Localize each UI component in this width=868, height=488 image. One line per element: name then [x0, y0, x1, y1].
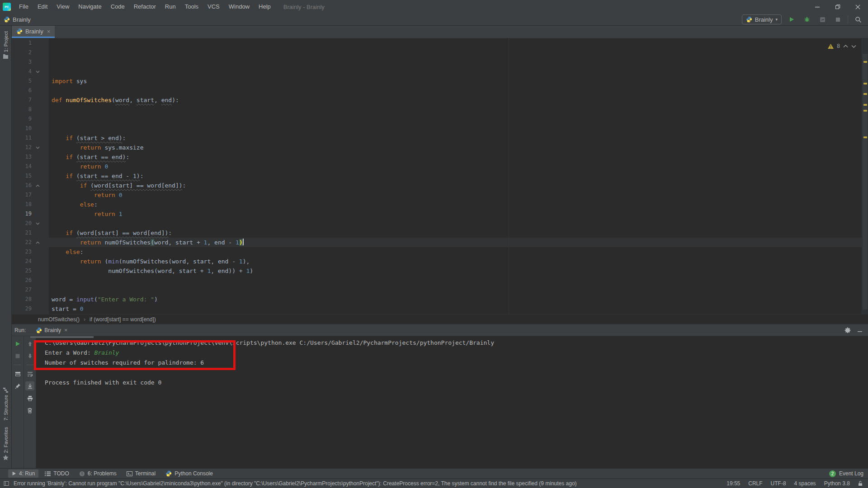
line-number[interactable]: 8	[12, 105, 32, 114]
line-number[interactable]: 4	[12, 67, 32, 76]
tool-window-toggle-icon[interactable]	[4, 481, 9, 486]
line-number[interactable]: 9	[12, 114, 32, 124]
rerun-button[interactable]	[13, 339, 22, 348]
status-time[interactable]: 19:55	[726, 480, 740, 487]
gutter-line[interactable]: 1	[12, 38, 49, 48]
gutter-line[interactable]: 2	[12, 48, 49, 57]
line-number[interactable]: 13	[12, 152, 32, 162]
gutter-line[interactable]: 24	[12, 257, 49, 266]
menu-edit[interactable]: Edit	[33, 0, 52, 14]
gutter-line[interactable]: 6	[12, 86, 49, 95]
gutter-line[interactable]: 7	[12, 95, 49, 105]
line-number[interactable]: 11	[12, 133, 32, 143]
fold-marker[interactable]	[32, 241, 43, 244]
code-line[interactable]	[49, 276, 862, 285]
warning-stripe-mark[interactable]	[863, 61, 867, 63]
code-line[interactable]: return numOfSwitches(word, start + 1, en…	[49, 238, 862, 247]
line-number[interactable]: 18	[12, 200, 32, 209]
fold-marker[interactable]	[32, 222, 43, 225]
line-number[interactable]: 14	[12, 162, 32, 171]
code-line[interactable]	[49, 285, 862, 295]
code-line[interactable]: numOfSwitches(word, start + 1, end)) + 1…	[49, 266, 862, 276]
code-line[interactable]: return (min(numOfSwitches(word, start, e…	[49, 257, 862, 266]
lock-icon[interactable]	[858, 481, 863, 486]
code-line[interactable]	[49, 105, 862, 114]
code-editor[interactable]: 1234567891011121314151617181920212223242…	[12, 38, 868, 314]
menu-file[interactable]: File	[14, 0, 33, 14]
warning-stripe-mark[interactable]	[863, 83, 867, 84]
code-line[interactable]: import sys	[49, 76, 862, 86]
code-line[interactable]: else:	[49, 200, 862, 209]
fold-marker[interactable]	[32, 184, 43, 187]
code-line[interactable]: end = len(word)-1	[49, 314, 862, 314]
sidebar-item-favorites[interactable]: 2: Favorites	[0, 427, 11, 460]
scrollbar-thumb[interactable]	[863, 54, 868, 310]
code-line[interactable]: return 1	[49, 209, 862, 219]
warning-stripe-mark[interactable]	[863, 104, 867, 106]
code-line[interactable]	[49, 219, 862, 228]
tool-window-button-todo[interactable]: TODO	[41, 469, 72, 478]
up-stack-trace-button[interactable]	[25, 339, 34, 348]
gutter-line[interactable]: 21	[12, 228, 49, 238]
close-icon[interactable]: ×	[64, 327, 68, 333]
hide-panel-icon[interactable]	[857, 328, 863, 333]
gutter-line[interactable]: 17	[12, 190, 49, 200]
gutter-line[interactable]: 23	[12, 247, 49, 257]
scroll-to-end-button[interactable]	[25, 381, 34, 390]
line-number[interactable]: 22	[12, 238, 32, 247]
pin-tab-button[interactable]	[13, 381, 22, 390]
menu-refactor[interactable]: Refactor	[129, 0, 160, 14]
gutter-line[interactable]: 29	[12, 304, 49, 314]
line-number[interactable]: 24	[12, 257, 32, 266]
nav-breadcrumb[interactable]: Brainly	[4, 16, 31, 23]
gutter-line[interactable]: 13	[12, 152, 49, 162]
line-number[interactable]: 16	[12, 181, 32, 190]
editor-tab-brainly[interactable]: Brainly ×	[12, 26, 55, 38]
inspections-widget[interactable]: 8	[828, 42, 856, 51]
status-encoding[interactable]: UTF-8	[771, 480, 786, 487]
line-number[interactable]: 1	[12, 38, 32, 48]
code-line[interactable]: def numOfSwitches(word, start, end):	[49, 95, 862, 105]
tool-window-button-terminal[interactable]: Terminal	[123, 469, 159, 478]
close-icon[interactable]: ×	[47, 28, 51, 35]
code-line[interactable]	[49, 86, 862, 95]
line-number[interactable]: 25	[12, 266, 32, 276]
gear-icon[interactable]	[844, 327, 851, 333]
line-number[interactable]: 12	[12, 143, 32, 152]
run-tab-brainly[interactable]: Brainly ×	[32, 324, 71, 336]
run-configuration-select[interactable]: Brainly ▾	[742, 14, 782, 24]
stop-process-button[interactable]	[13, 352, 22, 361]
menu-run[interactable]: Run	[160, 0, 180, 14]
line-number[interactable]: 6	[12, 86, 32, 95]
code-line[interactable]: return 0	[49, 190, 862, 200]
gutter-line[interactable]: 28	[12, 295, 49, 304]
soft-wrap-button[interactable]	[25, 369, 34, 378]
menu-view[interactable]: View	[52, 0, 74, 14]
editor-scrollbar-error-stripe[interactable]	[862, 38, 868, 314]
line-number[interactable]: 3	[12, 57, 32, 67]
warning-stripe-mark[interactable]	[863, 136, 867, 138]
print-button[interactable]	[25, 394, 34, 403]
warning-stripe-mark[interactable]	[863, 93, 867, 95]
clear-console-button[interactable]	[25, 406, 34, 415]
code-line[interactable]: if (start > end):	[49, 133, 862, 143]
code-line[interactable]: if (word[start] == word[end]):	[49, 181, 862, 190]
tool-window-button-4-run[interactable]: 4: Run	[8, 469, 38, 478]
stop-button[interactable]	[832, 14, 843, 24]
menu-tools[interactable]: Tools	[180, 0, 203, 14]
gutter-line[interactable]: 18	[12, 200, 49, 209]
status-line-separator[interactable]: CRLF	[748, 480, 762, 487]
line-number[interactable]: 19	[12, 209, 32, 219]
sidebar-item-project[interactable]: 1: Project	[0, 31, 11, 59]
gutter-line[interactable]: 9	[12, 114, 49, 124]
code-line[interactable]: if (start == end - 1):	[49, 171, 862, 181]
line-number[interactable]: 28	[12, 295, 32, 304]
code-line[interactable]: start = 0	[49, 304, 862, 314]
breadcrumb-item[interactable]: numOfSwitches()	[38, 316, 80, 323]
gutter-line[interactable]: 8	[12, 105, 49, 114]
search-everywhere-button[interactable]	[853, 14, 863, 24]
tool-window-button-6-problems[interactable]: 6: Problems	[75, 469, 120, 478]
gutter-line[interactable]: 27	[12, 285, 49, 295]
status-interpreter[interactable]: Python 3.8	[824, 480, 850, 487]
gutter-line[interactable]: 19	[12, 209, 49, 219]
